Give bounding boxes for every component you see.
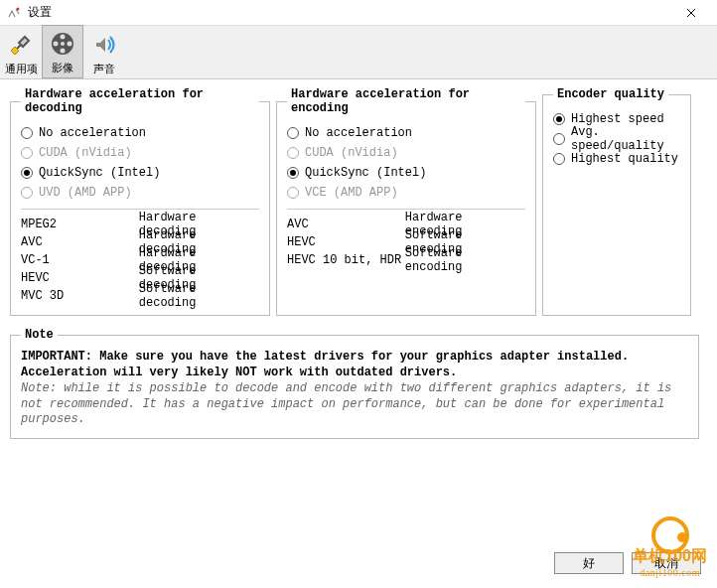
toolbar: 通用项 影像 声音 bbox=[0, 26, 717, 79]
radio-quality-avg[interactable]: Avg. speed/quality bbox=[553, 129, 680, 149]
window-title: 设置 bbox=[28, 4, 671, 21]
legend-encoding: Hardware acceleration for encoding bbox=[287, 87, 525, 115]
watermark-logo-icon bbox=[651, 516, 689, 554]
svg-point-3 bbox=[68, 42, 72, 47]
content-area: Hardware acceleration for decoding No ac… bbox=[0, 79, 717, 324]
radio-decode-quicksync[interactable]: QuickSync (Intel) bbox=[21, 163, 259, 183]
fieldset-quality: Encoder quality Highest speed Avg. speed… bbox=[542, 87, 691, 316]
sound-icon bbox=[88, 29, 120, 61]
legend-note: Note bbox=[21, 328, 58, 342]
svg-point-2 bbox=[61, 35, 66, 40]
note-important-2: Acceleration will very likely NOT work w… bbox=[21, 366, 688, 379]
decode-codec-list: MPEG2Hardware decoding AVCHardware decod… bbox=[21, 216, 259, 305]
legend-decoding: Hardware acceleration for decoding bbox=[21, 87, 259, 115]
footer-buttons: 好 取消 bbox=[554, 552, 701, 574]
ok-button[interactable]: 好 bbox=[554, 552, 624, 574]
radio-encode-vce: VCE (AMD APP) bbox=[287, 183, 525, 203]
radio-encode-quicksync[interactable]: QuickSync (Intel) bbox=[287, 163, 525, 183]
legend-quality: Encoder quality bbox=[553, 87, 668, 101]
cancel-button[interactable]: 取消 bbox=[632, 552, 701, 574]
app-icon bbox=[6, 5, 22, 21]
note-important-1: IMPORTANT: Make sure you have the latest… bbox=[21, 350, 688, 364]
note-italic: Note: while it is possible to decode and… bbox=[21, 381, 688, 428]
list-item: HEVC 10 bit, HDRSoftware encoding bbox=[287, 251, 525, 269]
radio-encode-cuda: CUDA (nVidia) bbox=[287, 143, 525, 163]
close-icon bbox=[686, 8, 696, 18]
list-item: MVC 3DSoftware decoding bbox=[21, 287, 259, 305]
film-reel-icon bbox=[47, 28, 78, 60]
wrench-icon bbox=[5, 29, 37, 61]
close-button[interactable] bbox=[671, 0, 711, 26]
tab-video[interactable]: 影像 bbox=[42, 25, 83, 78]
fieldset-encoding: Hardware acceleration for encoding No ac… bbox=[276, 87, 536, 316]
radio-quality-quality[interactable]: Highest quality bbox=[553, 149, 680, 169]
radio-decode-none[interactable]: No acceleration bbox=[21, 123, 259, 143]
tab-general[interactable]: 通用项 bbox=[0, 25, 42, 78]
fieldset-note: Note IMPORTANT: Make sure you have the l… bbox=[10, 328, 699, 439]
encode-codec-list: AVCHardware encoding HEVCSoftware encodi… bbox=[287, 216, 525, 269]
tab-sound[interactable]: 声音 bbox=[83, 25, 125, 78]
titlebar: 设置 bbox=[0, 0, 717, 26]
svg-point-5 bbox=[54, 42, 59, 47]
radio-decode-cuda: CUDA (nVidia) bbox=[21, 143, 259, 163]
svg-point-0 bbox=[17, 7, 20, 10]
radio-decode-uvd: UVD (AMD APP) bbox=[21, 183, 259, 203]
radio-encode-none[interactable]: No acceleration bbox=[287, 123, 525, 143]
fieldset-decoding: Hardware acceleration for decoding No ac… bbox=[10, 87, 270, 316]
svg-point-6 bbox=[61, 42, 65, 46]
svg-point-4 bbox=[61, 49, 66, 54]
